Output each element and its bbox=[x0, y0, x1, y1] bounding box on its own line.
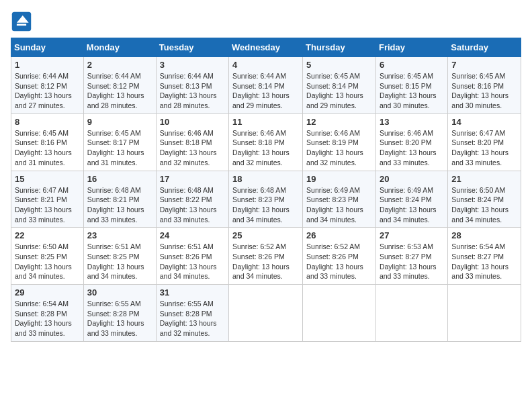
day-cell: 18Sunrise: 6:48 AMSunset: 8:23 PMDayligh… bbox=[229, 171, 303, 228]
day-info: Sunrise: 6:48 AMSunset: 8:22 PMDaylight:… bbox=[160, 185, 225, 225]
day-cell: 21Sunrise: 6:50 AMSunset: 8:24 PMDayligh… bbox=[448, 171, 521, 228]
day-info: Sunrise: 6:48 AMSunset: 8:21 PMDaylight:… bbox=[87, 185, 152, 225]
calendar-row: 22Sunrise: 6:50 AMSunset: 8:25 PMDayligh… bbox=[11, 228, 521, 285]
day-cell: 25Sunrise: 6:52 AMSunset: 8:26 PMDayligh… bbox=[229, 228, 303, 285]
day-number: 4 bbox=[232, 60, 299, 70]
day-info: Sunrise: 6:46 AMSunset: 8:20 PMDaylight:… bbox=[380, 128, 444, 168]
day-cell: 28Sunrise: 6:54 AMSunset: 8:27 PMDayligh… bbox=[448, 228, 521, 285]
day-info: Sunrise: 6:50 AMSunset: 8:25 PMDaylight:… bbox=[15, 242, 80, 281]
day-number: 16 bbox=[87, 174, 152, 184]
day-number: 28 bbox=[451, 230, 517, 240]
day-number: 9 bbox=[87, 117, 152, 127]
calendar-row: 29Sunrise: 6:54 AMSunset: 8:28 PMDayligh… bbox=[11, 285, 521, 342]
day-cell: 22Sunrise: 6:50 AMSunset: 8:25 PMDayligh… bbox=[11, 228, 84, 285]
day-cell: 29Sunrise: 6:54 AMSunset: 8:28 PMDayligh… bbox=[11, 285, 84, 342]
day-cell: 31Sunrise: 6:55 AMSunset: 8:28 PMDayligh… bbox=[156, 285, 228, 342]
day-number: 2 bbox=[87, 60, 152, 70]
day-info: Sunrise: 6:44 AMSunset: 8:12 PMDaylight:… bbox=[15, 71, 80, 111]
day-cell: 12Sunrise: 6:46 AMSunset: 8:19 PMDayligh… bbox=[303, 113, 376, 171]
empty-cell bbox=[303, 285, 376, 342]
weekday-header-row: Sunday Monday Tuesday Wednesday Thursday… bbox=[11, 38, 521, 57]
day-cell: 2Sunrise: 6:44 AMSunset: 8:12 PMDaylight… bbox=[83, 57, 156, 114]
empty-cell bbox=[448, 285, 521, 342]
day-cell: 10Sunrise: 6:46 AMSunset: 8:18 PMDayligh… bbox=[156, 113, 228, 171]
day-number: 23 bbox=[87, 230, 152, 240]
day-number: 15 bbox=[15, 174, 80, 184]
day-cell: 17Sunrise: 6:48 AMSunset: 8:22 PMDayligh… bbox=[156, 171, 228, 228]
logo bbox=[11, 11, 35, 32]
calendar-table: Sunday Monday Tuesday Wednesday Thursday… bbox=[11, 38, 521, 342]
header-sunday: Sunday bbox=[11, 38, 84, 57]
calendar-row: 8Sunrise: 6:45 AMSunset: 8:16 PMDaylight… bbox=[11, 113, 521, 171]
day-info: Sunrise: 6:53 AMSunset: 8:27 PMDaylight:… bbox=[380, 242, 444, 281]
day-number: 27 bbox=[380, 230, 444, 240]
header-thursday: Thursday bbox=[303, 38, 376, 57]
day-number: 14 bbox=[451, 117, 517, 127]
day-number: 12 bbox=[306, 117, 372, 127]
day-number: 24 bbox=[160, 230, 225, 240]
day-cell: 6Sunrise: 6:45 AMSunset: 8:15 PMDaylight… bbox=[375, 57, 447, 114]
calendar-row: 1Sunrise: 6:44 AMSunset: 8:12 PMDaylight… bbox=[11, 57, 521, 114]
day-info: Sunrise: 6:50 AMSunset: 8:24 PMDaylight:… bbox=[451, 185, 517, 225]
day-number: 5 bbox=[306, 60, 372, 70]
day-info: Sunrise: 6:51 AMSunset: 8:26 PMDaylight:… bbox=[160, 242, 225, 281]
day-info: Sunrise: 6:51 AMSunset: 8:25 PMDaylight:… bbox=[87, 242, 152, 281]
logo-icon bbox=[11, 11, 32, 32]
day-info: Sunrise: 6:48 AMSunset: 8:23 PMDaylight:… bbox=[232, 185, 299, 225]
day-cell: 24Sunrise: 6:51 AMSunset: 8:26 PMDayligh… bbox=[156, 228, 228, 285]
day-number: 31 bbox=[160, 287, 225, 298]
day-cell: 9Sunrise: 6:45 AMSunset: 8:17 PMDaylight… bbox=[83, 113, 156, 171]
day-info: Sunrise: 6:54 AMSunset: 8:28 PMDaylight:… bbox=[15, 299, 80, 338]
empty-cell bbox=[375, 285, 447, 342]
header-saturday: Saturday bbox=[448, 38, 521, 57]
day-info: Sunrise: 6:45 AMSunset: 8:16 PMDaylight:… bbox=[15, 128, 80, 168]
day-cell: 27Sunrise: 6:53 AMSunset: 8:27 PMDayligh… bbox=[375, 228, 447, 285]
day-cell: 13Sunrise: 6:46 AMSunset: 8:20 PMDayligh… bbox=[375, 113, 447, 171]
empty-cell bbox=[229, 285, 303, 342]
day-cell: 19Sunrise: 6:49 AMSunset: 8:23 PMDayligh… bbox=[303, 171, 376, 228]
day-cell: 14Sunrise: 6:47 AMSunset: 8:20 PMDayligh… bbox=[448, 113, 521, 171]
day-info: Sunrise: 6:49 AMSunset: 8:23 PMDaylight:… bbox=[306, 185, 372, 225]
day-number: 17 bbox=[160, 174, 225, 184]
day-cell: 7Sunrise: 6:45 AMSunset: 8:16 PMDaylight… bbox=[448, 57, 521, 114]
day-cell: 20Sunrise: 6:49 AMSunset: 8:24 PMDayligh… bbox=[375, 171, 447, 228]
day-info: Sunrise: 6:44 AMSunset: 8:13 PMDaylight:… bbox=[160, 71, 225, 111]
day-info: Sunrise: 6:55 AMSunset: 8:28 PMDaylight:… bbox=[160, 299, 225, 338]
day-info: Sunrise: 6:47 AMSunset: 8:21 PMDaylight:… bbox=[15, 185, 80, 225]
header-tuesday: Tuesday bbox=[156, 38, 228, 57]
day-number: 3 bbox=[160, 60, 225, 70]
day-number: 6 bbox=[380, 60, 444, 70]
day-number: 19 bbox=[306, 174, 372, 184]
day-cell: 3Sunrise: 6:44 AMSunset: 8:13 PMDaylight… bbox=[156, 57, 228, 114]
day-info: Sunrise: 6:46 AMSunset: 8:19 PMDaylight:… bbox=[306, 128, 372, 168]
svg-rect-2 bbox=[17, 24, 26, 26]
day-cell: 5Sunrise: 6:45 AMSunset: 8:14 PMDaylight… bbox=[303, 57, 376, 114]
day-number: 26 bbox=[306, 230, 372, 240]
day-info: Sunrise: 6:45 AMSunset: 8:15 PMDaylight:… bbox=[380, 71, 444, 111]
day-info: Sunrise: 6:46 AMSunset: 8:18 PMDaylight:… bbox=[232, 128, 299, 168]
day-cell: 16Sunrise: 6:48 AMSunset: 8:21 PMDayligh… bbox=[83, 171, 156, 228]
day-number: 11 bbox=[232, 117, 299, 127]
day-info: Sunrise: 6:55 AMSunset: 8:28 PMDaylight:… bbox=[87, 299, 152, 338]
day-info: Sunrise: 6:49 AMSunset: 8:24 PMDaylight:… bbox=[380, 185, 444, 225]
header-wednesday: Wednesday bbox=[229, 38, 303, 57]
calendar-row: 15Sunrise: 6:47 AMSunset: 8:21 PMDayligh… bbox=[11, 171, 521, 228]
day-info: Sunrise: 6:52 AMSunset: 8:26 PMDaylight:… bbox=[232, 242, 299, 281]
day-number: 21 bbox=[451, 174, 517, 184]
page-header bbox=[11, 11, 521, 32]
day-cell: 8Sunrise: 6:45 AMSunset: 8:16 PMDaylight… bbox=[11, 113, 84, 171]
day-number: 29 bbox=[15, 287, 80, 298]
day-info: Sunrise: 6:52 AMSunset: 8:26 PMDaylight:… bbox=[306, 242, 372, 281]
day-number: 25 bbox=[232, 230, 299, 240]
day-info: Sunrise: 6:54 AMSunset: 8:27 PMDaylight:… bbox=[451, 242, 517, 281]
day-info: Sunrise: 6:45 AMSunset: 8:16 PMDaylight:… bbox=[451, 71, 517, 111]
day-number: 22 bbox=[15, 230, 80, 240]
header-monday: Monday bbox=[83, 38, 156, 57]
day-number: 20 bbox=[380, 174, 444, 184]
day-cell: 11Sunrise: 6:46 AMSunset: 8:18 PMDayligh… bbox=[229, 113, 303, 171]
day-number: 18 bbox=[232, 174, 299, 184]
day-info: Sunrise: 6:46 AMSunset: 8:18 PMDaylight:… bbox=[160, 128, 225, 168]
day-cell: 4Sunrise: 6:44 AMSunset: 8:14 PMDaylight… bbox=[229, 57, 303, 114]
day-info: Sunrise: 6:44 AMSunset: 8:12 PMDaylight:… bbox=[87, 71, 152, 111]
day-cell: 1Sunrise: 6:44 AMSunset: 8:12 PMDaylight… bbox=[11, 57, 84, 114]
